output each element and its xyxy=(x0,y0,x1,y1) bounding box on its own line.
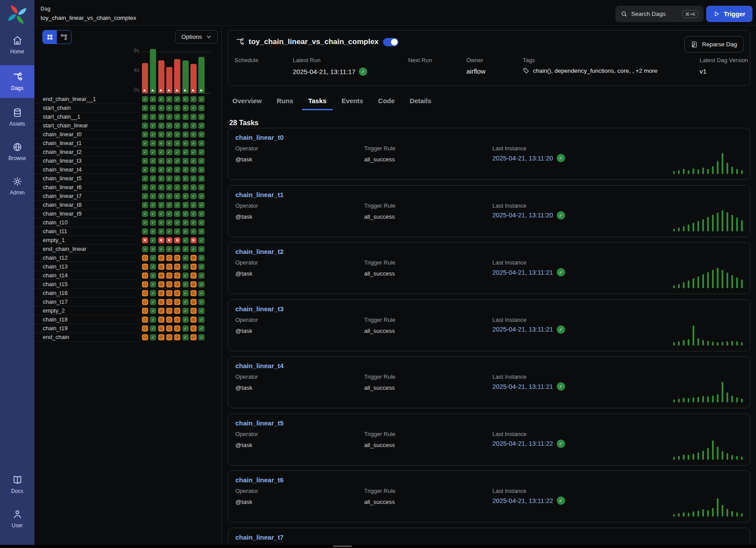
task-name[interactable]: start_chain xyxy=(43,104,71,112)
task-instance-success[interactable]: ✓ xyxy=(150,220,156,226)
task-instance-success[interactable]: ✓ xyxy=(150,308,156,314)
task-instance-success[interactable]: ✓ xyxy=(198,202,205,208)
task-instance-success[interactable]: ✓ xyxy=(182,131,189,138)
task-name[interactable]: chain_t16 xyxy=(43,289,67,297)
task-instance-success[interactable]: ✓ xyxy=(198,246,205,252)
task-instance-success[interactable]: ✓ xyxy=(182,228,189,235)
task-instance-success[interactable]: ✓ xyxy=(198,114,205,120)
last-instance-link[interactable]: 2025-04-21, 13:11:20 xyxy=(492,212,553,219)
task-instance-success[interactable]: ✓ xyxy=(150,334,156,340)
task-instance-upstream_failed[interactable] xyxy=(142,308,148,314)
task-instance-upstream_failed[interactable] xyxy=(158,264,164,270)
task-instance-success[interactable]: ✓ xyxy=(182,193,189,199)
task-instance-upstream_failed[interactable] xyxy=(174,281,180,287)
task-instance-success[interactable]: ✓ xyxy=(174,167,180,173)
task-name[interactable]: chain_linear_t0 xyxy=(43,130,82,138)
task-instance-success[interactable]: ✓ xyxy=(190,202,197,208)
task-instance-success[interactable]: ✓ xyxy=(150,158,156,164)
task-instance-upstream_failed[interactable] xyxy=(166,281,172,287)
task-instance-upstream_failed[interactable] xyxy=(158,255,164,261)
run-duration-bar[interactable]: ▶ xyxy=(158,60,164,93)
task-instance-success[interactable]: ✓ xyxy=(158,211,164,217)
sidebar-item-browse[interactable]: Browse xyxy=(0,138,34,166)
task-instance-success[interactable]: ✓ xyxy=(198,175,205,182)
task-instance-success[interactable]: ✓ xyxy=(166,246,172,252)
task-instance-success[interactable]: ✓ xyxy=(142,140,148,146)
task-instance-upstream_failed[interactable] xyxy=(190,325,197,332)
task-instance-upstream_failed[interactable] xyxy=(158,281,164,287)
task-instance-success[interactable]: ✓ xyxy=(166,123,172,129)
task-instance-success[interactable]: ✓ xyxy=(174,149,180,155)
task-instance-upstream_failed[interactable] xyxy=(174,255,180,261)
task-instance-success[interactable]: ✓ xyxy=(198,255,205,261)
sidebar-item-home[interactable]: Home xyxy=(0,31,34,59)
task-name[interactable]: chain_t17 xyxy=(43,298,67,306)
last-instance-link[interactable]: 2025-04-21, 13:11:21 xyxy=(492,326,553,333)
task-instance-success[interactable]: ✓ xyxy=(182,211,189,217)
task-instance-upstream_failed[interactable] xyxy=(158,272,164,279)
task-instance-success[interactable]: ✓ xyxy=(190,193,197,199)
tab-details[interactable]: Details xyxy=(403,92,437,110)
trigger-button[interactable]: Trigger xyxy=(706,6,752,22)
task-name[interactable]: chain_t18 xyxy=(43,315,67,324)
task-instance-success[interactable]: ✓ xyxy=(158,158,164,164)
task-instance-upstream_failed[interactable] xyxy=(174,308,180,314)
task-instance-success[interactable]: ✓ xyxy=(158,193,164,199)
task-name[interactable]: chain_t19 xyxy=(43,324,67,332)
task-instance-success[interactable]: ✓ xyxy=(174,246,180,252)
task-name[interactable]: chain_linear_t4 xyxy=(43,165,82,174)
last-instance-link[interactable]: 2025-04-21, 13:11:21 xyxy=(492,269,553,276)
task-instance-success[interactable]: ✓ xyxy=(166,202,172,208)
task-instance-success[interactable]: ✓ xyxy=(158,149,164,155)
task-instance-success[interactable]: ✓ xyxy=(150,290,156,296)
task-instance-upstream_failed[interactable] xyxy=(142,299,148,305)
task-instance-upstream_failed[interactable] xyxy=(142,255,148,261)
task-instance-upstream_failed[interactable] xyxy=(166,325,172,332)
task-instance-success[interactable]: ✓ xyxy=(190,149,197,155)
task-instance-success[interactable]: ✓ xyxy=(198,96,205,102)
task-instance-success[interactable]: ✓ xyxy=(174,131,180,138)
tab-runs[interactable]: Runs xyxy=(271,92,300,110)
task-instance-success[interactable]: ✓ xyxy=(142,167,148,173)
task-instance-success[interactable]: ✓ xyxy=(142,202,148,208)
task-instance-success[interactable]: ✓ xyxy=(158,228,164,235)
task-instance-success[interactable]: ✓ xyxy=(158,202,164,208)
task-instance-success[interactable]: ✓ xyxy=(198,299,205,305)
task-name[interactable]: chain_linear_t5 xyxy=(43,174,82,183)
task-name[interactable]: end_chain_linear xyxy=(43,245,86,253)
task-name[interactable]: empty_2 xyxy=(43,306,65,315)
task-name[interactable]: start_chain_linear xyxy=(43,121,88,130)
task-link[interactable]: chain_linear_t4 xyxy=(235,362,283,369)
task-instance-failed[interactable]: ✕ xyxy=(158,237,164,243)
task-instance-success[interactable]: ✓ xyxy=(158,114,164,120)
task-instance-upstream_failed[interactable] xyxy=(190,290,197,296)
task-instance-upstream_failed[interactable] xyxy=(158,334,164,340)
task-instance-failed[interactable]: ✕ xyxy=(166,237,172,243)
task-instance-success[interactable]: ✓ xyxy=(190,158,197,164)
task-name[interactable]: chain_linear_t8 xyxy=(43,201,82,209)
task-instance-success[interactable]: ✓ xyxy=(182,290,189,296)
task-instance-success[interactable]: ✓ xyxy=(150,281,156,287)
task-instance-success[interactable]: ✓ xyxy=(198,184,205,190)
task-instance-success[interactable]: ✓ xyxy=(150,299,156,305)
task-instance-success[interactable]: ✓ xyxy=(158,220,164,226)
task-instance-upstream_failed[interactable] xyxy=(166,308,172,314)
task-instance-success[interactable]: ✓ xyxy=(182,184,189,190)
task-instance-success[interactable]: ✓ xyxy=(190,123,197,129)
task-link[interactable]: chain_linear_t2 xyxy=(235,248,283,255)
task-instance-success[interactable]: ✓ xyxy=(174,123,180,129)
task-instance-success[interactable]: ✓ xyxy=(150,211,156,217)
task-instance-success[interactable]: ✓ xyxy=(198,281,205,287)
task-instance-success[interactable]: ✓ xyxy=(166,96,172,102)
task-instance-success[interactable]: ✓ xyxy=(198,228,205,235)
task-instance-success[interactable]: ✓ xyxy=(142,228,148,235)
task-instance-upstream_failed[interactable] xyxy=(166,255,172,261)
search-dags-button[interactable]: Search Dags ⌘+K xyxy=(615,6,704,22)
task-instance-success[interactable]: ✓ xyxy=(190,220,197,226)
task-instance-success[interactable]: ✓ xyxy=(150,272,156,279)
task-instance-upstream_failed[interactable] xyxy=(190,334,197,340)
task-link[interactable]: chain_linear_t5 xyxy=(235,419,283,427)
task-instance-success[interactable]: ✓ xyxy=(174,175,180,182)
task-instance-success[interactable]: ✓ xyxy=(174,220,180,226)
task-instance-success[interactable]: ✓ xyxy=(174,105,180,111)
